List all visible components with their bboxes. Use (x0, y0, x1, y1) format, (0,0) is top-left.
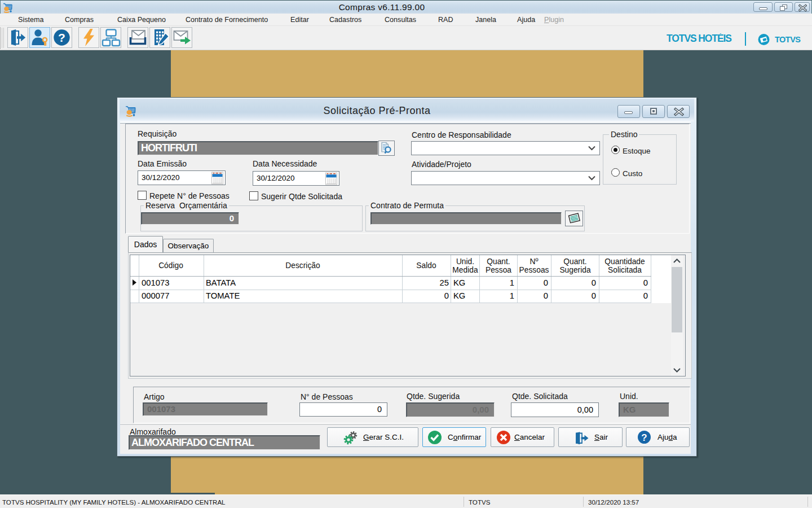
svg-text:Solicitada: Solicitada (608, 266, 642, 274)
svg-text:TOTVS HOTÉIS: TOTVS HOTÉIS (667, 33, 732, 43)
svg-text:0: 0 (592, 278, 596, 287)
svg-text:?: ? (641, 432, 647, 443)
svg-text:0: 0 (592, 291, 596, 300)
svg-text:Quant.: Quant. (487, 257, 510, 266)
svg-text:1: 1 (510, 291, 514, 300)
svg-text:TOTVS: TOTVS (775, 35, 801, 43)
svg-text:KG: KG (453, 291, 465, 300)
svg-text:0: 0 (544, 278, 548, 287)
svg-text:Quant.: Quant. (563, 257, 586, 266)
svg-text:001073: 001073 (142, 278, 169, 287)
svg-text:25: 25 (440, 278, 449, 287)
svg-text:Nº: Nº (529, 257, 538, 266)
svg-text:Medida: Medida (452, 266, 478, 274)
svg-text:0: 0 (643, 278, 648, 287)
svg-text:Pessoas: Pessoas (519, 266, 549, 274)
svg-text:000077: 000077 (142, 291, 169, 300)
svg-text:0: 0 (444, 291, 449, 300)
svg-text:Sugerida: Sugerida (559, 266, 591, 274)
svg-text:?: ? (58, 31, 65, 44)
svg-text:KG: KG (453, 278, 465, 287)
svg-text:Saldo: Saldo (416, 261, 436, 270)
svg-text:Código: Código (158, 261, 183, 270)
svg-text:Descrição: Descrição (285, 261, 320, 270)
svg-text:BATATA: BATATA (206, 278, 236, 287)
svg-text:TOMATE: TOMATE (206, 291, 240, 300)
svg-text:1: 1 (510, 278, 514, 287)
svg-text:0: 0 (643, 291, 648, 300)
svg-text:Quantidade: Quantidade (604, 257, 645, 266)
svg-text:Unid.: Unid. (456, 257, 474, 266)
svg-text:Pessoa: Pessoa (486, 266, 511, 274)
svg-text:0: 0 (544, 291, 548, 300)
